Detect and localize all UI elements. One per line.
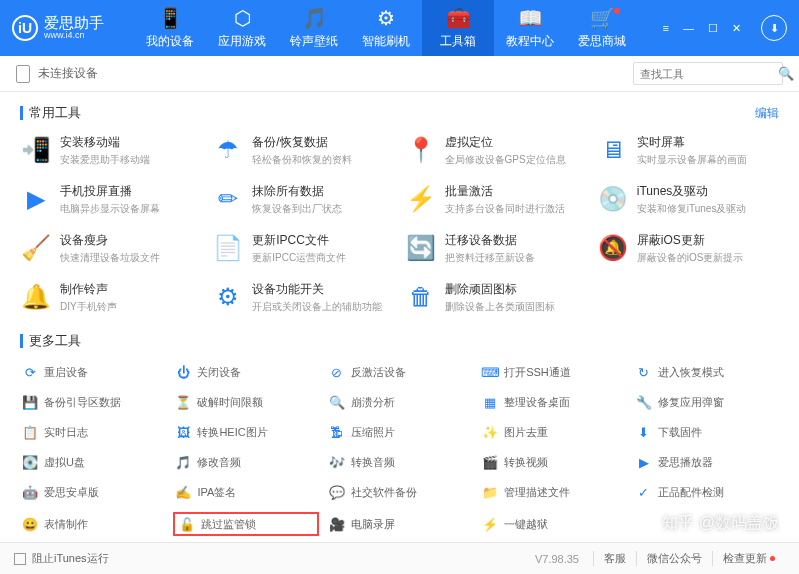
section-header-more: 更多工具 [20,332,779,350]
title-bar: iU 爱思助手 www.i4.cn 📱我的设备⬡应用游戏🎵铃声壁纸⚙智能刷机🧰工… [0,0,799,56]
tool-label: 反激活设备 [351,365,406,380]
tool-icon: ⟳ [22,364,38,380]
tool-label: 爱思播放器 [658,455,713,470]
more-tool-10[interactable]: 📋实时日志 [20,422,165,442]
more-tool-21[interactable]: ✍IPA签名 [173,482,318,502]
nav-tab-4[interactable]: 🧰工具箱 [422,0,494,56]
tool-label: 转换音频 [351,455,395,470]
nav-tab-2[interactable]: 🎵铃声壁纸 [278,0,350,56]
more-tool-7[interactable]: 🔍崩溃分析 [327,392,472,412]
wechat-button[interactable]: 微信公众号 [636,551,712,566]
common-tool-3[interactable]: 🖥实时屏幕实时显示设备屏幕的画面 [597,134,779,167]
tool-title: 设备功能开关 [252,281,382,298]
tool-title: 安装移动端 [60,134,150,151]
section-header-common: 常用工具 编辑 [20,104,779,122]
common-tool-10[interactable]: 🔄迁移设备数据把资料迁移至新设备 [405,232,587,265]
more-tool-28[interactable]: ⚡一键越狱 [480,512,625,536]
common-tool-9[interactable]: 📄更新IPCC文件更新IPCC运营商文件 [212,232,394,265]
nav-tab-3[interactable]: ⚙智能刷机 [350,0,422,56]
common-tool-4[interactable]: ▶手机投屏直播电脑异步显示设备屏幕 [20,183,202,216]
more-tool-18[interactable]: 🎬转换视频 [480,452,625,472]
support-button[interactable]: 客服 [593,551,636,566]
block-itunes-checkbox[interactable] [14,553,26,565]
more-tool-1[interactable]: ⏻关闭设备 [173,362,318,382]
tool-subtitle: 开启或关闭设备上的辅助功能 [252,300,382,314]
common-tool-7[interactable]: 💿iTunes及驱动安装和修复iTunes及驱动 [597,183,779,216]
nav-tab-0[interactable]: 📱我的设备 [134,0,206,56]
more-tool-25[interactable]: 😀表情制作 [20,512,165,536]
more-tool-22[interactable]: 💬社交软件备份 [327,482,472,502]
more-tool-24[interactable]: ✓正品配件检测 [634,482,779,502]
more-tool-3[interactable]: ⌨打开SSH通道 [480,362,625,382]
tool-label: 一键越狱 [504,517,548,532]
more-tool-23[interactable]: 📁管理描述文件 [480,482,625,502]
common-tool-0[interactable]: 📲安装移动端安装爱思助手移动端 [20,134,202,167]
more-tool-4[interactable]: ↻进入恢复模式 [634,362,779,382]
search-input[interactable] [640,68,778,80]
tool-subtitle: 全局修改设备GPS定位信息 [445,153,566,167]
tool-icon: 📁 [482,484,498,500]
tool-subtitle: 快速清理设备垃圾文件 [60,251,160,265]
tool-icon: ✓ [636,484,652,500]
tool-subtitle: 安装爱思助手移动端 [60,153,150,167]
maximize-icon[interactable]: ☐ [706,20,720,37]
tool-label: 关闭设备 [197,365,241,380]
more-tool-8[interactable]: ▦整理设备桌面 [480,392,625,412]
more-tool-9[interactable]: 🔧修复应用弹窗 [634,392,779,412]
update-button[interactable]: 检查更新 [712,551,785,566]
more-tool-5[interactable]: 💾备份引导区数据 [20,392,165,412]
common-tool-12[interactable]: 🔔制作铃声DIY手机铃声 [20,281,202,314]
download-icon[interactable]: ⬇ [761,15,787,41]
app-name: 爱思助手 [44,15,104,32]
minimize-icon[interactable]: — [681,20,696,36]
more-tool-15[interactable]: 💽虚拟U盘 [20,452,165,472]
more-tool-12[interactable]: 🗜压缩照片 [327,422,472,442]
common-tool-6[interactable]: ⚡批量激活支持多台设备同时进行激活 [405,183,587,216]
tool-title: 删除顽固图标 [445,281,555,298]
more-tool-11[interactable]: 🖼转换HEIC图片 [173,422,318,442]
more-tool-26[interactable]: 🔓跳过监管锁 [173,512,318,536]
tool-icon: ✨ [482,424,498,440]
nav-label: 我的设备 [146,33,194,50]
more-tool-13[interactable]: ✨图片去重 [480,422,625,442]
search-icon[interactable]: 🔍 [778,66,794,81]
tool-subtitle: 轻松备份和恢复的资料 [252,153,352,167]
nav-tab-5[interactable]: 📖教程中心 [494,0,566,56]
more-tool-27[interactable]: 🎥电脑录屏 [327,512,472,536]
phone-icon [16,65,30,83]
more-tool-20[interactable]: 🤖爱思安卓版 [20,482,165,502]
more-tool-19[interactable]: ▶爱思播放器 [634,452,779,472]
section-accent [20,106,23,120]
search-box[interactable]: 🔍 [633,62,783,85]
common-tool-13[interactable]: ⚙设备功能开关开启或关闭设备上的辅助功能 [212,281,394,314]
more-tools-grid: ⟳重启设备⏻关闭设备⊘反激活设备⌨打开SSH通道↻进入恢复模式💾备份引导区数据⏳… [20,362,779,536]
more-tool-6[interactable]: ⏳破解时间限额 [173,392,318,412]
version-label: V7.98.35 [535,553,579,565]
update-dot-icon [770,556,775,561]
nav-tab-1[interactable]: ⬡应用游戏 [206,0,278,56]
common-tool-1[interactable]: ☂备份/恢复数据轻松备份和恢复的资料 [212,134,394,167]
more-tool-14[interactable]: ⬇下载固件 [634,422,779,442]
nav-tab-6[interactable]: 🛒爱思商城 [566,0,638,56]
more-tool-17[interactable]: 🎶转换音频 [327,452,472,472]
tool-icon: 📄 [212,232,244,264]
more-tool-16[interactable]: 🎵修改音频 [173,452,318,472]
tool-icon: ⏳ [175,394,191,410]
more-tool-0[interactable]: ⟳重启设备 [20,362,165,382]
more-tool-2[interactable]: ⊘反激活设备 [327,362,472,382]
edit-link[interactable]: 编辑 [755,105,779,122]
menu-icon[interactable]: ≡ [661,20,671,36]
common-tool-11[interactable]: 🔕屏蔽iOS更新屏蔽设备的iOS更新提示 [597,232,779,265]
tool-icon: ▶ [20,183,52,215]
close-icon[interactable]: ✕ [730,20,743,37]
tool-title: 抹除所有数据 [252,183,342,200]
tool-subtitle: DIY手机铃声 [60,300,117,314]
common-tool-2[interactable]: 📍虚拟定位全局修改设备GPS定位信息 [405,134,587,167]
common-tool-14[interactable]: 🗑删除顽固图标删除设备上各类顽固图标 [405,281,587,314]
common-tool-8[interactable]: 🧹设备瘦身快速清理设备垃圾文件 [20,232,202,265]
common-tool-5[interactable]: ✏抹除所有数据恢复设备到出厂状态 [212,183,394,216]
tool-icon: ✍ [175,484,191,500]
tool-icon: ☂ [212,134,244,166]
tool-label: 跳过监管锁 [201,517,256,532]
tool-icon: 💬 [329,484,345,500]
